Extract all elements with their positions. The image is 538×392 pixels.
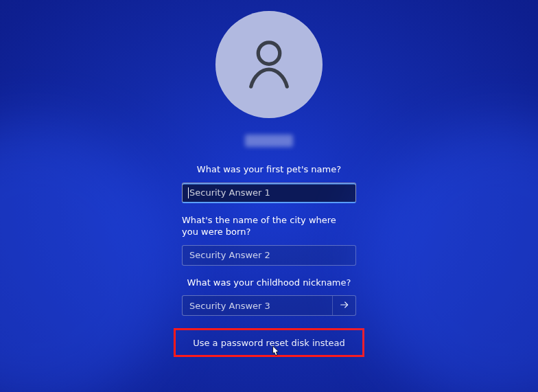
answer-2-placeholder: Security Answer 2: [189, 250, 270, 260]
person-icon: [240, 34, 298, 95]
svg-point-0: [258, 43, 280, 65]
username-label: [245, 135, 293, 147]
answer-1-input[interactable]: Security Answer 1: [182, 183, 356, 203]
login-security-questions-screen: What was your first pet's name? Security…: [0, 0, 538, 392]
question-2-prompt: What's the name of the city where you we…: [182, 214, 347, 238]
answer-1-placeholder: Security Answer 1: [189, 187, 270, 198]
arrow-right-icon: [339, 299, 350, 312]
avatar: [215, 11, 323, 118]
security-questions-form: What was your first pet's name? Security…: [182, 163, 356, 357]
reset-disk-link-label: Use a password reset disk instead: [193, 338, 345, 348]
answer-3-input[interactable]: Security Answer 3: [182, 295, 356, 316]
reset-disk-link[interactable]: Use a password reset disk instead: [174, 328, 364, 357]
answer-3-placeholder: Security Answer 3: [189, 301, 270, 311]
submit-button[interactable]: [332, 296, 355, 315]
question-3-prompt: What was your childhood nickname?: [187, 277, 351, 289]
answer-2-input[interactable]: Security Answer 2: [182, 245, 356, 266]
question-1-prompt: What was your first pet's name?: [197, 163, 341, 176]
